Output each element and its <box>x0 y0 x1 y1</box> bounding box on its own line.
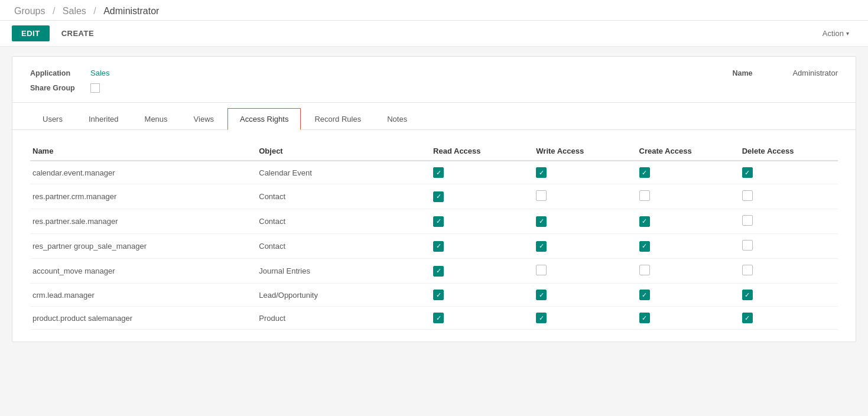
cell-write: ✓ <box>529 307 632 330</box>
cell-name: res_partner group_sale_manager <box>30 234 252 259</box>
cell-write: ✓ <box>529 234 632 259</box>
cell-create: ✓ <box>632 284 735 307</box>
cell-create: ✓ <box>632 161 735 184</box>
cell-write: ✓ <box>529 284 632 307</box>
cell-create: ✓ <box>632 234 735 259</box>
cell-delete <box>735 234 838 259</box>
left-fields: Application Sales Share Group <box>30 69 110 93</box>
form-fields: Application Sales Share Group Name Admin… <box>12 57 856 102</box>
tab-record-rules[interactable]: Record Rules <box>302 108 373 130</box>
checkbox-checked[interactable]: ✓ <box>639 241 650 252</box>
checkbox-checked[interactable]: ✓ <box>433 216 444 227</box>
access-rights-table: Name Object Read Access Write Access Cre… <box>30 142 838 330</box>
cell-write: ✓ <box>529 209 632 234</box>
checkbox-checked[interactable]: ✓ <box>433 266 444 277</box>
checkbox-checked[interactable]: ✓ <box>536 167 547 178</box>
cell-name: crm.lead.manager <box>30 284 252 307</box>
cell-name: account_move manager <box>30 259 252 284</box>
col-header-object: Object <box>252 142 426 161</box>
application-field-row: Application Sales <box>30 69 110 77</box>
table-row: product.product salemanagerProduct✓✓✓✓ <box>30 307 838 330</box>
checkbox-checked[interactable]: ✓ <box>639 290 650 300</box>
checkbox-checked[interactable]: ✓ <box>639 216 650 227</box>
cell-write <box>529 184 632 209</box>
tab-notes[interactable]: Notes <box>375 108 420 130</box>
action-button[interactable]: Action <box>815 25 856 41</box>
col-header-read: Read Access <box>426 142 529 161</box>
breadcrumb-groups[interactable]: Groups <box>14 6 45 16</box>
checkbox-empty[interactable] <box>639 190 650 201</box>
cell-delete: ✓ <box>735 307 838 330</box>
checkbox-checked[interactable]: ✓ <box>536 241 547 252</box>
cell-delete: ✓ <box>735 161 838 184</box>
checkbox-checked[interactable]: ✓ <box>536 216 547 227</box>
cell-object: Calendar Event <box>252 161 426 184</box>
share-group-label: Share Group <box>30 84 83 92</box>
table-row: res.partner.crm.managerContact✓ <box>30 184 838 209</box>
checkbox-checked[interactable]: ✓ <box>433 313 444 323</box>
cell-read: ✓ <box>426 184 529 209</box>
edit-button[interactable]: EDIT <box>12 25 50 41</box>
toolbar: EDIT CREATE Action <box>0 21 868 47</box>
checkbox-empty[interactable] <box>742 190 753 201</box>
breadcrumb: Groups / Sales / Administrator <box>12 6 161 16</box>
name-field-row: Name Administrator <box>732 69 838 77</box>
checkbox-empty[interactable] <box>742 240 753 251</box>
checkbox-empty[interactable] <box>536 190 547 201</box>
tab-views[interactable]: Views <box>181 108 226 130</box>
checkbox-checked[interactable]: ✓ <box>639 313 650 323</box>
checkbox-empty[interactable] <box>639 265 650 275</box>
cell-delete: ✓ <box>735 284 838 307</box>
cell-read: ✓ <box>426 161 529 184</box>
checkbox-checked[interactable]: ✓ <box>742 313 753 323</box>
cell-create <box>632 184 735 209</box>
table-row: crm.lead.managerLead/Opportunity✓✓✓✓ <box>30 284 838 307</box>
checkbox-empty[interactable] <box>742 265 753 275</box>
share-group-field-row: Share Group <box>30 83 110 93</box>
checkbox-checked[interactable]: ✓ <box>536 290 547 300</box>
cell-object: Contact <box>252 234 426 259</box>
cell-object: Product <box>252 307 426 330</box>
checkbox-checked[interactable]: ✓ <box>742 290 753 300</box>
checkbox-empty[interactable] <box>742 215 753 226</box>
tab-users[interactable]: Users <box>30 108 75 130</box>
breadcrumb-sales[interactable]: Sales <box>63 6 86 16</box>
table-row: calendar.event.managerCalendar Event✓✓✓✓ <box>30 161 838 184</box>
checkbox-empty[interactable] <box>536 265 547 275</box>
table-header-row: Name Object Read Access Write Access Cre… <box>30 142 838 161</box>
cell-name: calendar.event.manager <box>30 161 252 184</box>
name-value: Administrator <box>792 69 838 77</box>
cell-object: Contact <box>252 209 426 234</box>
right-fields: Name Administrator <box>732 69 838 93</box>
name-label: Name <box>732 69 785 77</box>
checkbox-checked[interactable]: ✓ <box>639 167 650 178</box>
breadcrumb-sep-2: / <box>93 6 99 16</box>
breadcrumb-administrator: Administrator <box>103 6 159 16</box>
application-value: Sales <box>90 69 110 77</box>
application-label: Application <box>30 69 83 77</box>
share-group-checkbox[interactable] <box>90 83 100 93</box>
checkbox-checked[interactable]: ✓ <box>433 191 444 202</box>
form-container: Application Sales Share Group Name Admin… <box>12 56 856 342</box>
cell-read: ✓ <box>426 234 529 259</box>
cell-object: Lead/Opportunity <box>252 284 426 307</box>
tab-inherited[interactable]: Inherited <box>76 108 131 130</box>
checkbox-checked[interactable]: ✓ <box>433 241 444 252</box>
checkbox-checked[interactable]: ✓ <box>433 290 444 300</box>
cell-read: ✓ <box>426 284 529 307</box>
cell-delete <box>735 209 838 234</box>
col-header-create: Create Access <box>632 142 735 161</box>
col-header-write: Write Access <box>529 142 632 161</box>
cell-delete <box>735 184 838 209</box>
checkbox-checked[interactable]: ✓ <box>433 167 444 178</box>
create-button[interactable]: CREATE <box>54 25 101 41</box>
checkbox-checked[interactable]: ✓ <box>742 167 753 178</box>
cell-write: ✓ <box>529 161 632 184</box>
tab-access-rights[interactable]: Access Rights <box>227 108 301 130</box>
cell-write <box>529 259 632 284</box>
tab-menus[interactable]: Menus <box>132 108 180 130</box>
checkbox-checked[interactable]: ✓ <box>536 313 547 323</box>
col-header-delete: Delete Access <box>735 142 838 161</box>
cell-name: res.partner.sale.manager <box>30 209 252 234</box>
table-row: res.partner.sale.managerContact✓✓✓ <box>30 209 838 234</box>
